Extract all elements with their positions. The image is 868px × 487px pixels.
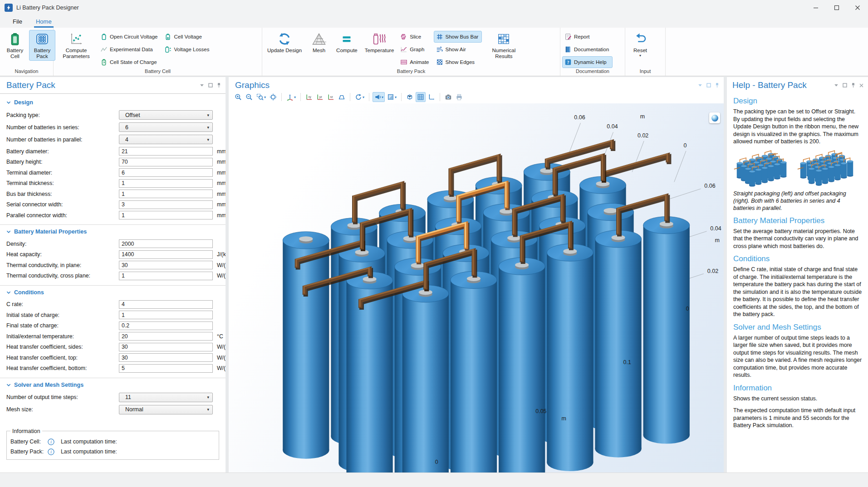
print-button[interactable] (454, 92, 464, 102)
terminal-thickness-input[interactable]: 1 (119, 179, 213, 188)
initial-state-of-charge-input[interactable]: 1 (119, 311, 213, 319)
ribbon-button-reset[interactable]: Reset▾ (627, 30, 653, 58)
field-label: Heat transfer coefficient, sides: (6, 344, 119, 350)
number-of-batteries-in-parallel-dropdown[interactable]: 4▾ (119, 135, 213, 144)
ribbon-button-compute[interactable]: Compute (333, 30, 361, 55)
dropdown-value: Normal (119, 406, 207, 413)
ribbon-button-temperature[interactable]: Temperature (362, 30, 397, 55)
input-value: 20 (119, 333, 128, 340)
right-splitter[interactable] (724, 77, 727, 472)
ribbon-button-slice[interactable]: Slice (398, 31, 432, 43)
minimize-button[interactable] (805, 0, 826, 15)
ribbon-button-experimental-data[interactable]: Experimental Data (98, 44, 161, 55)
panel-maximize-icon[interactable] (706, 83, 711, 88)
panel-maximize-icon[interactable] (208, 83, 213, 88)
go-to-default-3d-view-button[interactable] (709, 112, 720, 123)
show-axis-button[interactable] (427, 92, 436, 102)
ribbon-button-numerical-results[interactable]: Numerical Results (483, 30, 525, 61)
ribbon-button-label: Show Bus Bar (446, 34, 479, 39)
ribbon-button-mesh[interactable]: Mesh (306, 30, 332, 55)
c-rate-input[interactable]: 4 (119, 300, 213, 309)
ribbon-button-animate[interactable]: Animate (398, 56, 432, 68)
wireframe-button[interactable] (405, 92, 415, 102)
transparency-button[interactable]: ▾ (386, 92, 398, 102)
view-yz-button[interactable]: yz (315, 92, 325, 102)
ribbon-group-navigation: Battery CellBattery PackNavigation (0, 28, 54, 76)
maximize-button[interactable] (826, 0, 847, 15)
ribbon-button-cell-voltage[interactable]: Cell Voltage (162, 31, 213, 43)
zoom-extents-button[interactable] (268, 92, 278, 102)
panel-pin-icon[interactable] (715, 83, 719, 88)
menu-tab-file[interactable]: File (12, 16, 23, 28)
ribbon-button-open-circuit-voltage[interactable]: Open Circuit Voltage (98, 31, 161, 43)
ribbon-button-cell-state-of-charge[interactable]: Cell State of Charge (98, 56, 161, 68)
ribbon-button-show-air[interactable]: Show Air (434, 44, 482, 55)
heat-capacity-input[interactable]: 1400 (119, 250, 213, 259)
view-xz-button[interactable]: xz (326, 92, 336, 102)
help-paragraph: A larger number of output time steps lea… (733, 334, 863, 379)
parallel-connector-width-input[interactable]: 1 (119, 211, 213, 219)
number-of-output-time-steps-dropdown[interactable]: 11▾ (119, 393, 213, 402)
zoom-out-button[interactable] (244, 92, 254, 102)
bus-bar-thickness-input[interactable]: 1 (119, 190, 213, 198)
battery-diameter-input[interactable]: 21 (119, 147, 213, 156)
density-input[interactable]: 2000 (119, 239, 213, 248)
number-of-batteries-in-series-dropdown[interactable]: 6▾ (119, 122, 213, 132)
ribbon-button-voltage-losses[interactable]: Voltage Losses (162, 44, 213, 55)
battery-height-input[interactable]: 70 (119, 158, 213, 166)
ribbon-button-graph[interactable]: Graph (398, 44, 432, 55)
ribbon-button-documentation[interactable]: Documentation (562, 44, 613, 55)
panel-menu-chevron-icon[interactable] (200, 83, 204, 87)
panel-menu-chevron-icon[interactable] (834, 83, 839, 87)
show-grid-button[interactable] (416, 92, 426, 102)
ribbon-button-show-edges[interactable]: Show Edges (434, 56, 482, 68)
final-state-of-charge-input[interactable]: 0.2 (119, 321, 213, 330)
left-splitter[interactable] (226, 77, 229, 472)
info-icon[interactable]: i (48, 448, 54, 455)
perspective-button[interactable] (337, 92, 347, 102)
info-icon[interactable]: i (48, 438, 54, 445)
heat-transfer-coefficient-sides-input[interactable]: 30 (119, 343, 213, 351)
go-to-default-view-button[interactable]: ▾ (285, 92, 297, 102)
ribbon-button-report[interactable]: Report (562, 31, 613, 43)
panel-pin-icon[interactable] (851, 83, 855, 88)
form-row: Final state of charge:0.2 (6, 321, 219, 330)
rotate-button[interactable]: ▾ (353, 92, 366, 102)
ribbon-group-input: Reset▾Input (625, 28, 666, 76)
heat-transfer-coefficient-bottom-input[interactable]: 5 (119, 364, 213, 373)
packing-type-dropdown[interactable]: Offset▾ (119, 110, 213, 120)
section-header-battery-material-properties[interactable]: Battery Material Properties (6, 229, 219, 235)
screenshot-button[interactable] (443, 92, 453, 102)
panel-maximize-icon[interactable] (843, 83, 847, 88)
heat-transfer-coefficient-top-input[interactable]: 30 (119, 353, 213, 362)
section-header-design[interactable]: Design (6, 99, 219, 106)
ribbon-button-battery-cell[interactable]: Battery Cell (2, 30, 28, 61)
zoom-box-button[interactable]: ▾ (255, 92, 267, 102)
section-header-conditions[interactable]: Conditions (6, 289, 219, 296)
dynamic-help-icon: ? (564, 58, 572, 66)
scene-light-button[interactable]: ▾ (373, 92, 385, 102)
graphics-3d-canvas[interactable]: 0.060.04m0.0200.060.04m0.0200.10.05m0 (229, 103, 724, 472)
initial-external-temperature-input[interactable]: 20 (119, 332, 213, 341)
panel-menu-chevron-icon[interactable] (698, 83, 702, 87)
panel-close-icon[interactable] (859, 83, 863, 88)
panel-pin-icon[interactable] (217, 83, 221, 88)
ribbon-button-battery-pack[interactable]: Battery Pack (29, 30, 55, 61)
mesh-size-dropdown[interactable]: Normal▾ (119, 405, 213, 414)
ribbon-button-compute-parameters[interactable]: Compute Parameters (55, 30, 97, 61)
zoom-in-button[interactable] (233, 92, 243, 102)
serial-connector-width-input[interactable]: 3 (119, 200, 213, 209)
input-value: 30 (119, 355, 128, 361)
section-header-solver-and-mesh-settings[interactable]: Solver and Mesh Settings (6, 382, 219, 388)
menu-tab-home[interactable]: Home (35, 16, 53, 28)
thermal-conductivity-in-plane-input[interactable]: 30 (119, 261, 213, 269)
view-xy-button[interactable]: xy (304, 92, 314, 102)
axis-tick-label: 0 (686, 306, 689, 312)
terminal-diameter-input[interactable]: 6 (119, 168, 213, 177)
thermal-conductivity-cross-plane-input[interactable]: 1 (119, 272, 213, 280)
ribbon-button-show-bus-bar[interactable]: Show Bus Bar (434, 31, 482, 43)
information-text: Last computation time: (61, 438, 117, 445)
close-button[interactable] (847, 0, 868, 15)
ribbon-button-dynamic-help[interactable]: ?Dynamic Help (562, 56, 613, 68)
ribbon-button-update-design[interactable]: Update Design (264, 30, 305, 55)
